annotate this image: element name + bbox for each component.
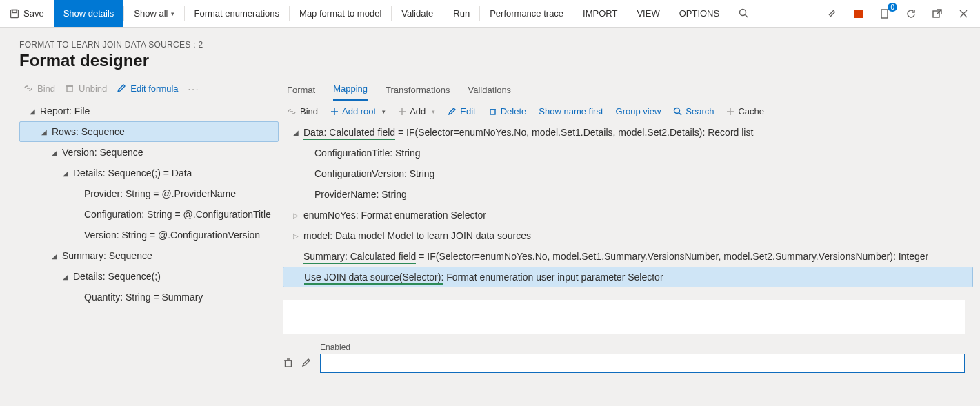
unbind-button[interactable]: Unbind xyxy=(65,83,107,94)
caret-icon: ◢ xyxy=(62,170,69,177)
validate-button[interactable]: Validate xyxy=(392,0,443,27)
caret-icon: ◢ xyxy=(29,108,36,115)
tree-label: ConfigurationTitle: String xyxy=(314,148,421,159)
svg-rect-7 xyxy=(67,86,72,92)
tree-node-config-title[interactable]: ConfigurationTitle: String xyxy=(283,143,973,163)
save-button[interactable]: Save xyxy=(0,0,54,27)
enabled-input[interactable] xyxy=(320,354,965,373)
format-enum-button[interactable]: Format enumerations xyxy=(185,0,290,27)
refresh-button[interactable] xyxy=(904,7,918,21)
caret-icon: ◢ xyxy=(51,149,58,156)
tree-node-details-empty[interactable]: ◢ Details: Sequence(;) xyxy=(19,266,279,287)
bind-icon xyxy=(23,83,33,93)
tree-node-configuration[interactable]: Configuration: String = @.ConfigurationT… xyxy=(19,204,279,225)
view-menu[interactable]: VIEW xyxy=(627,0,669,27)
tree-label: Details: Sequence(;) = Data xyxy=(73,168,192,179)
search-global-button[interactable] xyxy=(729,0,763,27)
tree-node-details-data[interactable]: ◢ Details: Sequence(;) = Data xyxy=(19,163,279,183)
svg-rect-1 xyxy=(12,10,17,12)
tree-node-provider-name[interactable]: ProviderName: String xyxy=(283,184,973,205)
tree-node-model[interactable]: ▷ model: Data model Model to learn JOIN … xyxy=(283,225,973,246)
tree-node-rows[interactable]: ◢ Rows: Sequence xyxy=(19,121,279,142)
run-label: Run xyxy=(453,8,470,19)
save-icon xyxy=(10,9,19,19)
map-format-button[interactable]: Map format to model xyxy=(290,0,391,27)
notifications-badge: 0 xyxy=(888,3,897,12)
show-all-button[interactable]: Show all ▾ xyxy=(124,0,183,27)
show-name-first-button[interactable]: Show name first xyxy=(539,106,603,116)
office-app-icon xyxy=(853,8,864,19)
notifications-button[interactable]: 0 xyxy=(878,7,892,21)
preview-box xyxy=(283,300,965,334)
svg-rect-9 xyxy=(490,110,495,114)
tree-label: Rows: Sequence xyxy=(52,126,125,137)
breadcrumb: FORMAT TO LEARN JOIN DATA SOURCES : 2 xyxy=(19,40,961,50)
attach-icon[interactable] xyxy=(826,7,839,21)
add-root-button[interactable]: Add root ▾ xyxy=(330,106,386,116)
tree-node-data[interactable]: ◢ Data: Calculated field = IF(Selector=e… xyxy=(283,122,973,143)
delete-button[interactable]: Delete xyxy=(488,106,527,116)
delete-label: Delete xyxy=(501,106,527,116)
office-icon[interactable] xyxy=(852,7,866,21)
popout-icon xyxy=(932,8,943,19)
highlight: Data: Calculated field xyxy=(303,127,395,140)
bind-label: Bind xyxy=(37,83,55,94)
import-menu[interactable]: IMPORT xyxy=(573,0,627,27)
tab-validations[interactable]: Validations xyxy=(468,85,511,101)
tree-node-version-seq[interactable]: ◢ Version: Sequence xyxy=(19,142,279,163)
link-icon xyxy=(827,8,838,19)
delete-value-button[interactable] xyxy=(283,357,294,370)
bind-button[interactable]: Bind xyxy=(23,83,55,94)
refresh-icon xyxy=(906,8,917,19)
tree-node-report[interactable]: ◢ Report: File xyxy=(19,101,279,121)
perf-trace-button[interactable]: Performance trace xyxy=(480,0,573,27)
svg-point-2 xyxy=(740,10,746,16)
caret-icon: ◢ xyxy=(41,128,48,136)
command-bar-right: 0 xyxy=(816,0,980,27)
tree-node-summary[interactable]: Summary: Calculated field = IF(Selector=… xyxy=(283,246,973,267)
tree-node-use-join[interactable]: Use JOIN data source(Selector): Format e… xyxy=(283,267,973,287)
tab-label: Transformations xyxy=(386,85,450,95)
tree-label: Version: Sequence xyxy=(62,147,143,158)
search-button[interactable]: Search xyxy=(673,106,714,116)
mapping-pane: Format Mapping Transformations Validatio… xyxy=(283,73,973,396)
cache-label: Cache xyxy=(738,106,764,116)
tree-node-summary-seq[interactable]: ◢ Summary: Sequence xyxy=(19,245,279,266)
tree-node-provider[interactable]: Provider: String = @.ProviderName xyxy=(19,183,279,204)
popout-button[interactable] xyxy=(930,7,944,21)
tree-node-version-str[interactable]: Version: String = @.ConfigurationVersion xyxy=(19,225,279,245)
run-button[interactable]: Run xyxy=(443,0,479,27)
format-tree-pane: Bind Unbind Edit formula ··· ◢ Report: F… xyxy=(7,73,283,396)
highlight: Summary: Calculated field xyxy=(303,251,416,264)
options-menu[interactable]: OPTIONS xyxy=(670,0,730,27)
highlight: Use JOIN data source(Selector): xyxy=(304,272,443,285)
tree-label: Data: Calculated field = IF(Selector=enu… xyxy=(303,127,753,138)
page-title: Format designer xyxy=(19,51,961,70)
tab-label: Format xyxy=(287,85,315,95)
show-details-button[interactable]: Show details xyxy=(54,0,124,27)
tab-format[interactable]: Format xyxy=(287,85,315,101)
tree-label: Configuration: String = @.ConfigurationT… xyxy=(84,209,271,220)
close-button[interactable] xyxy=(957,7,970,21)
add-button[interactable]: Add ▾ xyxy=(398,106,435,116)
group-view-button[interactable]: Group view xyxy=(616,106,661,116)
edit-button[interactable]: Edit xyxy=(448,106,475,116)
edit-formula-button[interactable]: Edit formula xyxy=(117,83,178,94)
save-label: Save xyxy=(23,8,44,19)
bind-button[interactable]: Bind xyxy=(287,106,318,116)
tree-node-quantity[interactable]: Quantity: String = Summary xyxy=(19,287,279,307)
tree-node-enumnoyes[interactable]: ▷ enumNoYes: Format enumeration Selector xyxy=(283,205,973,225)
tab-transformations[interactable]: Transformations xyxy=(386,85,450,101)
tree-label: Provider: String = @.ProviderName xyxy=(84,188,236,199)
tree-label: Details: Sequence(;) xyxy=(73,271,161,282)
edit-value-button[interactable] xyxy=(301,357,312,370)
tree-label: Quantity: String = Summary xyxy=(84,292,203,303)
tree-label: Summary: Calculated field = IF(Selector=… xyxy=(303,251,928,262)
validate-label: Validate xyxy=(401,8,433,19)
overflow-button[interactable]: ··· xyxy=(188,83,200,94)
tree-label: enumNoYes: Format enumeration Selector xyxy=(303,210,486,221)
svg-rect-6 xyxy=(933,11,939,17)
tab-mapping[interactable]: Mapping xyxy=(333,83,368,101)
tree-node-config-version[interactable]: ConfigurationVersion: String xyxy=(283,163,973,184)
cache-button[interactable]: Cache xyxy=(726,106,764,116)
